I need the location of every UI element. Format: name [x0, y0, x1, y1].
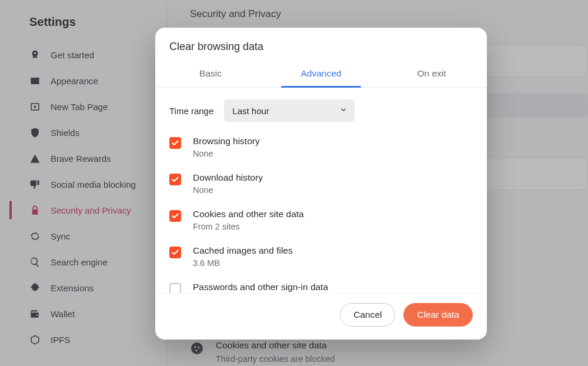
dialog-actions: Cancel Clear data: [155, 293, 487, 340]
tab-advanced[interactable]: Advanced: [266, 62, 376, 87]
time-range-value: Last hour: [232, 106, 269, 116]
time-range-label: Time range: [169, 106, 213, 116]
checkbox[interactable]: [169, 247, 181, 258]
checkbox[interactable]: [169, 210, 181, 222]
cancel-button[interactable]: Cancel: [340, 303, 395, 327]
clear-item-label: Passwords and other sign-in data: [193, 282, 328, 292]
clear-item-row: Cached images and files3.6 MB: [169, 238, 473, 275]
clear-item-sub: 3.6 MB: [193, 258, 293, 268]
clear-item-label: Browsing history: [193, 136, 260, 147]
clear-browsing-data-dialog: Clear browsing data BasicAdvancedOn exit…: [155, 28, 487, 340]
clear-item-label: Cached images and files: [193, 245, 293, 256]
dialog-tabs: BasicAdvancedOn exit: [155, 62, 487, 88]
dialog-title: Clear browsing data: [155, 28, 487, 62]
clear-data-button[interactable]: Clear data: [403, 303, 473, 327]
clear-item-sub: None: [193, 149, 260, 158]
clear-item-label: Download history: [193, 172, 263, 183]
checkbox[interactable]: [169, 174, 181, 185]
checkbox[interactable]: [169, 283, 181, 293]
clear-item-label: Cookies and other site data: [193, 209, 304, 219]
clear-item-row: Download historyNone: [169, 165, 473, 202]
clear-item-sub: None: [193, 185, 263, 195]
checkbox[interactable]: [169, 137, 181, 149]
clear-item-row: Browsing historyNone: [169, 129, 473, 165]
tab-basic[interactable]: Basic: [155, 62, 266, 87]
time-range-select[interactable]: Last hour: [224, 99, 355, 122]
clear-item-row: Cookies and other site dataFrom 2 sites: [169, 202, 473, 238]
clear-item-row: Passwords and other sign-in dataNone: [169, 275, 473, 293]
chevron-down-icon: [339, 106, 348, 116]
dialog-checklist: Browsing historyNoneDownload historyNone…: [155, 125, 487, 293]
tab-on-exit[interactable]: On exit: [376, 62, 487, 87]
clear-item-sub: From 2 sites: [193, 222, 304, 231]
